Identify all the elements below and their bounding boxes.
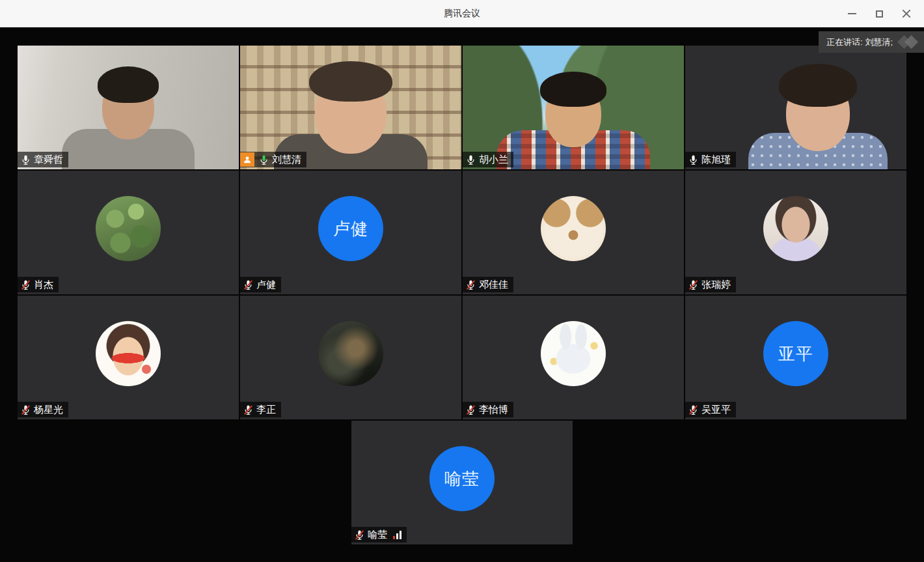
mic-status-icon — [258, 154, 269, 165]
participant-avatar — [763, 196, 828, 261]
participant-tile[interactable]: 李怡博 — [463, 296, 684, 419]
mic-status-icon — [354, 529, 365, 541]
mic-status-icon — [688, 279, 699, 290]
participant-name: 李正 — [256, 404, 276, 416]
mic-status-icon — [20, 404, 31, 415]
participant-name: 胡小兰 — [479, 154, 508, 166]
grid-row-2: 肖杰 卢健 卢健 — [18, 171, 906, 294]
participant-grid: 章舜哲 刘慧清 — [0, 46, 924, 544]
network-signal-icon — [393, 531, 401, 539]
participant-name-label: 章舜哲 — [18, 152, 68, 167]
grid-row-1: 章舜哲 刘慧清 — [18, 46, 906, 169]
grid-row-4: 喻莹 喻莹 — [351, 421, 573, 544]
close-button[interactable] — [895, 4, 917, 23]
mic-status-icon — [20, 154, 31, 165]
mic-status-icon — [465, 404, 476, 415]
participant-tile[interactable]: 李正 — [240, 296, 461, 419]
participant-name: 喻莹 — [368, 529, 387, 541]
participant-name: 章舜哲 — [34, 154, 63, 166]
mic-status-icon — [465, 154, 476, 165]
participant-name: 肖杰 — [34, 279, 53, 291]
participant-name-label: 张瑞婷 — [685, 277, 736, 292]
participant-tile[interactable]: 刘慧清 — [240, 46, 461, 169]
participant-name-label: 刘慧清 — [240, 152, 306, 167]
participant-name-label: 邓佳佳 — [463, 277, 513, 292]
participant-tile[interactable]: 卢健 卢健 — [240, 171, 461, 294]
participant-avatar — [541, 196, 606, 261]
participant-avatar — [96, 321, 161, 386]
avatar-initials: 喻莹 — [444, 468, 480, 490]
participant-name: 李怡博 — [479, 404, 508, 416]
participant-tile[interactable]: 张瑞婷 — [685, 171, 906, 294]
participant-tile[interactable]: 陈旭瑾 — [685, 46, 906, 169]
minimize-icon — [848, 13, 856, 14]
participant-tile[interactable]: 肖杰 — [18, 171, 239, 294]
participant-tile[interactable]: 章舜哲 — [18, 46, 239, 169]
maximize-button[interactable] — [868, 4, 890, 23]
participant-tile[interactable]: 杨星光 — [18, 296, 239, 419]
participant-video-silhouette — [463, 46, 684, 169]
speaking-toast-text: 正在讲话: 刘慧清; — [826, 36, 893, 48]
participant-name-label: 李怡博 — [463, 402, 513, 417]
mic-status-icon — [688, 154, 699, 165]
host-badge-icon — [240, 152, 254, 167]
participant-name-label: 肖杰 — [18, 277, 59, 292]
participant-video-silhouette — [18, 46, 239, 169]
participant-avatar: 喻莹 — [429, 446, 495, 511]
close-icon — [902, 9, 911, 18]
participant-avatar: 卢健 — [318, 196, 383, 261]
participant-tile[interactable]: 亚平 吴亚平 — [685, 296, 906, 419]
minimize-button[interactable] — [841, 4, 863, 23]
participant-name-label: 李正 — [240, 402, 281, 417]
mic-status-icon — [243, 404, 254, 415]
participant-name-label: 陈旭瑾 — [685, 152, 736, 167]
participant-name: 邓佳佳 — [479, 279, 508, 291]
window-title: 腾讯会议 — [444, 8, 480, 20]
participant-name: 陈旭瑾 — [701, 154, 731, 166]
mic-status-icon — [20, 279, 31, 290]
tencent-meeting-logo-icon — [898, 35, 920, 50]
participant-video-silhouette — [240, 46, 461, 169]
mic-status-icon — [688, 404, 699, 415]
participant-avatar — [318, 321, 383, 386]
participant-video-silhouette — [685, 46, 906, 169]
speaking-toast: 正在讲话: 刘慧清; — [819, 31, 924, 53]
participant-tile[interactable]: 邓佳佳 — [463, 171, 684, 294]
window-controls — [841, 0, 917, 27]
avatar-initials: 卢健 — [333, 218, 368, 240]
participant-name: 吴亚平 — [701, 404, 731, 416]
maximize-icon — [876, 10, 883, 18]
avatar-initials: 亚平 — [778, 343, 813, 365]
participant-name: 刘慧清 — [272, 154, 301, 166]
participant-avatar — [541, 321, 606, 386]
participant-tile[interactable]: 喻莹 喻莹 — [351, 421, 573, 544]
participant-name-label: 杨星光 — [18, 402, 68, 417]
participant-avatar: 亚平 — [763, 321, 828, 386]
window-titlebar: 腾讯会议 — [0, 0, 924, 27]
meeting-canvas: 正在讲话: 刘慧清; 章舜哲 — [0, 27, 924, 562]
participant-avatar — [96, 196, 161, 261]
participant-name-label: 胡小兰 — [463, 152, 513, 167]
participant-tile[interactable]: 胡小兰 — [463, 46, 684, 169]
grid-row-3: 杨星光 李正 — [18, 296, 906, 419]
participant-name-label: 喻莹 — [351, 527, 407, 542]
participant-name: 张瑞婷 — [701, 279, 731, 291]
mic-status-icon — [243, 279, 254, 290]
participant-name: 杨星光 — [34, 404, 63, 416]
participant-name: 卢健 — [256, 279, 276, 291]
mic-status-icon — [465, 279, 476, 290]
participant-name-label: 吴亚平 — [685, 402, 736, 417]
participant-name-label: 卢健 — [240, 277, 281, 292]
